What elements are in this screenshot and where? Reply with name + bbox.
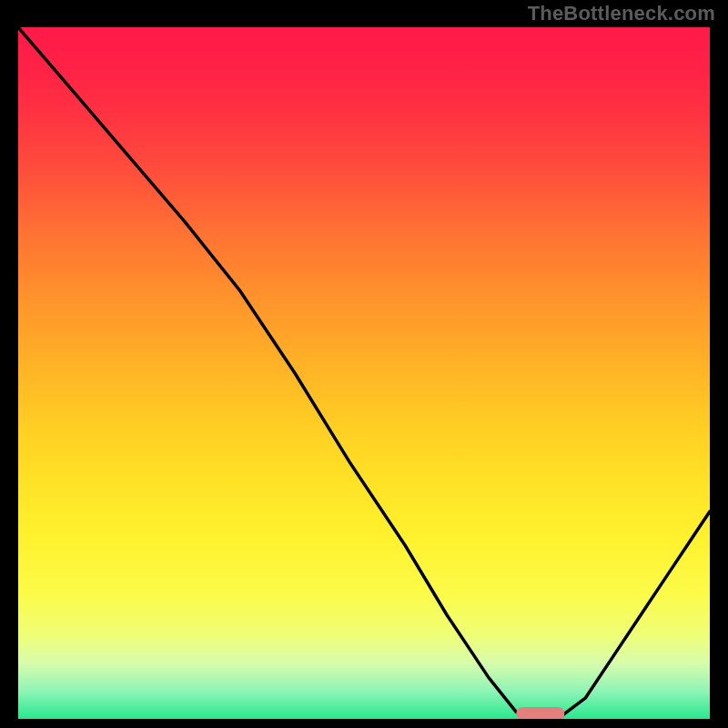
optimal-range-marker <box>516 707 564 719</box>
attribution-label: TheBottleneck.com <box>528 2 715 25</box>
chart-svg <box>18 27 710 719</box>
plot-area <box>18 27 710 719</box>
chart-container: TheBottleneck.com <box>0 0 728 728</box>
gradient-background <box>18 27 710 719</box>
